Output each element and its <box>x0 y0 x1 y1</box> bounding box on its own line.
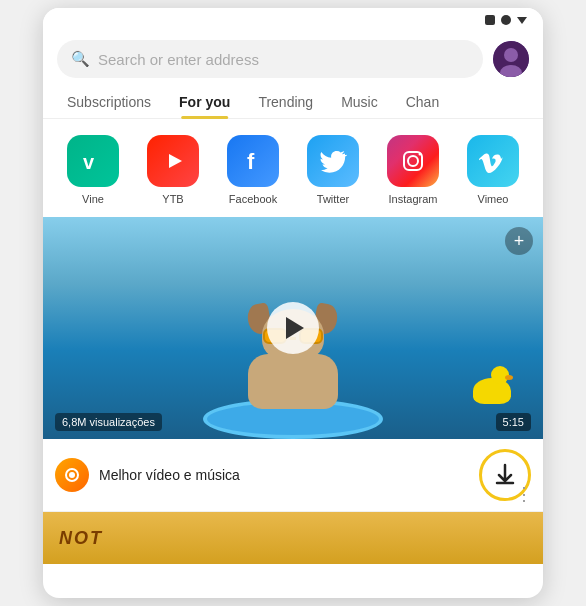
tab-subscriptions[interactable]: Subscriptions <box>53 86 165 118</box>
view-count: 6,8M visualizações <box>55 413 162 431</box>
duck <box>473 368 513 404</box>
nav-tabs: Subscriptions For you Trending Music Cha… <box>43 86 543 119</box>
duck-beak <box>505 375 513 380</box>
app-vimeo[interactable]: Vimeo <box>467 135 519 205</box>
app-twitter-label: Twitter <box>317 193 349 205</box>
svg-marker-4 <box>169 154 182 168</box>
status-icon-square <box>485 15 495 25</box>
teaser-text: NOT <box>59 528 103 549</box>
status-icon-chevron <box>517 17 527 24</box>
video-card-bottom: Melhor vídeo e música ⋮ <box>43 439 543 512</box>
avatar[interactable] <box>493 41 529 77</box>
search-bar-row: 🔍 Search or enter address <box>43 32 543 86</box>
ytb-icon <box>147 135 199 187</box>
video-title: Melhor vídeo e música <box>99 467 469 483</box>
app-ytb[interactable]: YTB <box>147 135 199 205</box>
play-button[interactable] <box>267 302 319 354</box>
play-icon <box>286 317 304 339</box>
svg-point-7 <box>408 156 418 166</box>
more-button[interactable]: ⋮ <box>515 485 533 503</box>
tab-for-you[interactable]: For you <box>165 86 244 118</box>
app-twitter[interactable]: Twitter <box>307 135 359 205</box>
phone-frame: 🔍 Search or enter address Subscriptions … <box>43 8 543 598</box>
search-icon: 🔍 <box>71 50 90 68</box>
app-vine[interactable]: v Vine <box>67 135 119 205</box>
app-ytb-label: YTB <box>162 193 183 205</box>
add-button[interactable]: + <box>505 227 533 255</box>
svg-text:v: v <box>83 151 95 173</box>
video-container: + 6,8M visualizações 5:15 <box>43 217 543 439</box>
app-facebook[interactable]: f Facebook <box>227 135 279 205</box>
status-bar <box>43 8 543 32</box>
svg-point-8 <box>419 153 422 156</box>
svg-text:f: f <box>247 149 255 174</box>
facebook-icon: f <box>227 135 279 187</box>
vimeo-icon <box>467 135 519 187</box>
app-facebook-label: Facebook <box>229 193 277 205</box>
next-video-teaser: NOT <box>43 512 543 564</box>
status-icon-dot <box>501 15 511 25</box>
vine-icon: v <box>67 135 119 187</box>
video-overlay-bottom: 6,8M visualizações 5:15 <box>43 413 543 431</box>
instagram-icon <box>387 135 439 187</box>
tab-chan[interactable]: Chan <box>392 86 453 118</box>
duration: 5:15 <box>496 413 531 431</box>
twitter-icon <box>307 135 359 187</box>
app-vine-label: Vine <box>82 193 104 205</box>
search-bar[interactable]: 🔍 Search or enter address <box>57 40 483 78</box>
tab-trending[interactable]: Trending <box>244 86 327 118</box>
svg-point-1 <box>504 48 518 62</box>
tab-music[interactable]: Music <box>327 86 392 118</box>
apps-row: v Vine YTB f Facebook Twitter In <box>43 119 543 217</box>
dog-body <box>248 354 338 409</box>
app-instagram[interactable]: Instagram <box>387 135 439 205</box>
channel-icon-inner <box>65 468 79 482</box>
app-vimeo-label: Vimeo <box>478 193 509 205</box>
search-placeholder: Search or enter address <box>98 51 259 68</box>
channel-icon[interactable] <box>55 458 89 492</box>
app-instagram-label: Instagram <box>389 193 438 205</box>
